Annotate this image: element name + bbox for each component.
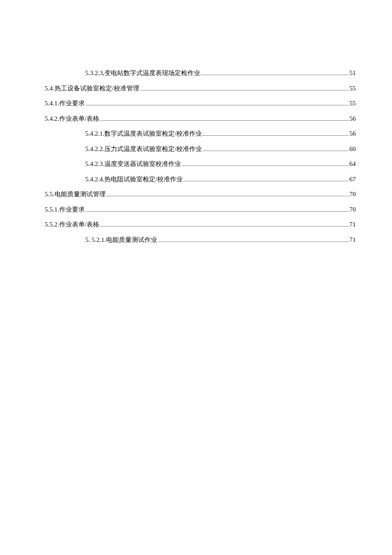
toc-entry: 5.4.热工设备试验室检定/校准管理55 (45, 84, 356, 93)
toc-leader-dots (86, 105, 349, 105)
toc-page-number: 67 (349, 174, 356, 184)
toc-entry: 5.5.1.作业要求 70 (45, 205, 356, 215)
toc-entry: 5.3.2.3,变电站数字式温度表现场定检作业51 (45, 68, 356, 78)
toc-label: 5.4.2.3.温度变送器试验室校准作业 (85, 159, 181, 169)
toc-page-number: 56 (349, 114, 356, 124)
toc-leader-dots (158, 241, 349, 242)
table-of-contents: 5.3.2.3,变电站数字式温度表现场定检作业515.4.热工设备试验室检定/校… (45, 68, 356, 244)
toc-label: 5.4.2.1.数字式温度表试验室检定/校准作业 (85, 129, 202, 139)
toc-label: 5.4.1.作业要求 (45, 99, 85, 108)
toc-entry: 5.4.1.作业要求 55 (45, 99, 356, 108)
toc-entry: 5.4.2.1.数字式温度表试验室检定/校准作业56 (45, 129, 356, 139)
toc-page-number: 51 (349, 68, 356, 78)
toc-label: 5.4.2.4.热电阻试验室检定/校准作业 (85, 174, 183, 184)
toc-leader-dots (203, 135, 349, 136)
toc-page-number: 70 (349, 189, 356, 199)
toc-leader-dots (100, 226, 349, 227)
toc-label: 5.4.2.2.压力式温度表试验室检定/校准作业 (85, 144, 202, 154)
toc-leader-dots (182, 166, 349, 166)
toc-page-number: 55 (349, 84, 356, 93)
toc-leader-dots (203, 151, 349, 151)
toc-entry: 5.5.电能质量测试管理70 (45, 189, 356, 199)
toc-page-number: 71 (349, 235, 356, 245)
toc-page-number: 55 (349, 99, 356, 108)
toc-leader-dots (100, 120, 349, 121)
toc-leader-dots (107, 196, 349, 196)
toc-entry: 5.4.2.作业表单/表格 56 (45, 114, 356, 124)
toc-leader-dots (140, 90, 349, 90)
toc-leader-dots (201, 75, 349, 75)
toc-label: 5.5.1.作业要求 (45, 205, 85, 215)
toc-leader-dots (184, 181, 349, 181)
toc-entry: 5. 5.2.1.电能质量测试作业 71 (45, 235, 356, 245)
toc-leader-dots (86, 211, 349, 212)
toc-entry: 5.5.2.作业表单/表格 71 (45, 220, 356, 230)
toc-label: 5.4.2.作业表单/表格 (45, 114, 99, 124)
toc-entry: 5.4.2.2.压力式温度表试验室检定/校准作业60 (45, 144, 356, 154)
toc-label: 5. 5.2.1.电能质量测试作业 (85, 235, 157, 245)
toc-label: 5.5.2.作业表单/表格 (45, 220, 99, 230)
toc-entry: 5.4.2.3.温度变送器试验室校准作业 64 (45, 159, 356, 169)
toc-label: 5.3.2.3,变电站数字式温度表现场定检作业 (85, 68, 200, 78)
toc-entry: 5.4.2.4.热电阻试验室检定/校准作业67 (45, 174, 356, 184)
toc-label: 5.5.电能质量测试管理 (45, 189, 106, 199)
toc-page-number: 60 (349, 144, 356, 154)
toc-page-number: 71 (349, 220, 356, 230)
toc-page-number: 64 (349, 159, 356, 169)
toc-label: 5.4.热工设备试验室检定/校准管理 (45, 84, 139, 93)
toc-page-number: 70 (349, 205, 356, 215)
toc-page-number: 56 (349, 129, 356, 139)
